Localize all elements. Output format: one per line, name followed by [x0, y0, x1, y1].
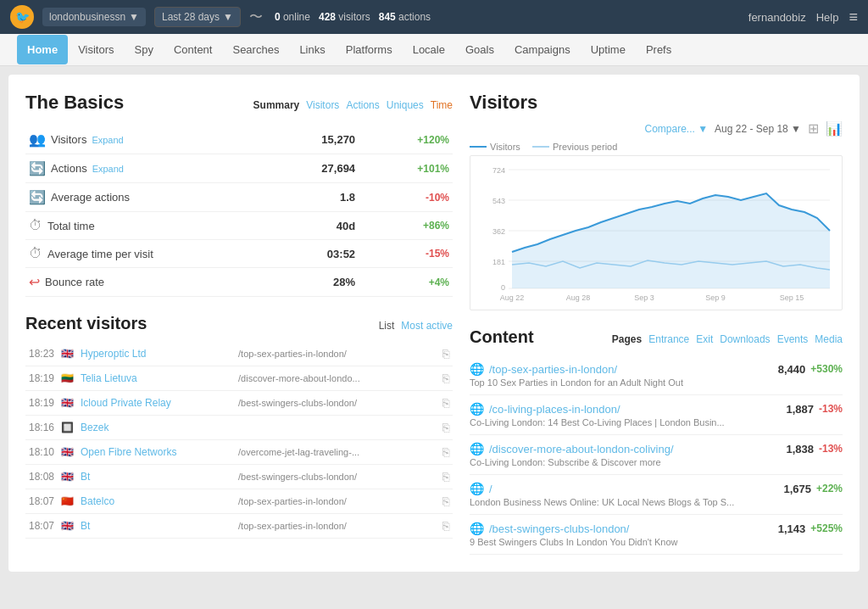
tab-visitors[interactable]: Visitors: [306, 99, 339, 111]
tab-actions[interactable]: Actions: [346, 99, 379, 111]
content-item-desc: 9 Best Swingers Clubs In London You Didn…: [470, 537, 843, 547]
content-item-stats: 8,440 +530%: [778, 363, 843, 376]
recent-tabs: List Most active: [379, 320, 453, 332]
svg-text:Sep 9: Sep 9: [705, 293, 726, 302]
metric-change: +86%: [359, 212, 453, 240]
actions-count: 845: [379, 11, 396, 23]
metric-icon: 🔄: [29, 160, 46, 176]
chart-icon[interactable]: 〜: [249, 8, 263, 26]
copy-icon[interactable]: ⎘: [431, 440, 453, 465]
metric-value: 1.8: [260, 183, 359, 212]
list-tab[interactable]: List: [379, 320, 395, 332]
metric-name: 🔄 Actions Expand: [29, 160, 257, 176]
content-item-row: 🌐 /top-sex-parties-in-london/ 8,440 +530…: [470, 362, 843, 376]
visit-isp: Bt: [77, 465, 235, 489]
site-selector[interactable]: londonbusinessn ▼: [42, 8, 146, 26]
metric-value: 40d: [260, 212, 359, 240]
legend-line-previous: [532, 146, 549, 148]
content-item-stats: 1,838 -13%: [786, 443, 843, 455]
export-icon[interactable]: ⊞: [808, 120, 819, 137]
copy-icon[interactable]: ⎘: [431, 416, 453, 440]
copy-icon[interactable]: ⎘: [431, 489, 453, 514]
date-range-selector[interactable]: Last 28 days ▼: [154, 7, 241, 27]
copy-icon[interactable]: ⎘: [431, 465, 453, 489]
recent-header: Recent visitors List Most active: [25, 314, 453, 333]
nav-spy[interactable]: Spy: [125, 35, 164, 64]
metric-change: -15%: [359, 240, 453, 268]
visit-flag: 🔲: [58, 416, 77, 440]
nav-platforms[interactable]: Platforms: [336, 35, 403, 64]
metric-expand[interactable]: Expand: [92, 164, 124, 174]
nav-prefs[interactable]: Prefs: [636, 35, 682, 64]
metric-change: +120%: [359, 126, 453, 154]
content-item-url[interactable]: 🌐 /co-living-places-in-london/: [470, 402, 620, 416]
content-item-count: 8,440: [778, 363, 806, 376]
visit-isp: Hyperoptic Ltd: [77, 342, 235, 366]
svg-text:181: 181: [492, 258, 505, 266]
chart-legend: Visitors Previous period: [470, 142, 843, 152]
copy-icon[interactable]: ⎘: [431, 342, 453, 366]
copy-icon[interactable]: ⎘: [431, 366, 453, 391]
nav-content[interactable]: Content: [164, 35, 223, 64]
chart-toolbar: Compare... ▼ Aug 22 - Sep 18 ▼ ⊞ 📊: [470, 120, 843, 137]
metric-icon: ⏱: [29, 246, 42, 261]
copy-icon[interactable]: ⎘: [431, 391, 453, 416]
nav-home[interactable]: Home: [17, 35, 68, 64]
svg-text:Sep 15: Sep 15: [780, 293, 804, 302]
globe-icon: 🌐: [470, 362, 484, 376]
nav-visitors[interactable]: Visitors: [68, 35, 124, 64]
right-panel: Visitors Compare... ▼ Aug 22 - Sep 18 ▼ …: [470, 92, 843, 555]
content-item: 🌐 /best-swingers-clubs-london/ 1,143 +52…: [470, 515, 843, 555]
content-item-url[interactable]: 🌐 /: [470, 482, 492, 495]
tab-uniques[interactable]: Uniques: [387, 99, 424, 111]
nav-links[interactable]: Links: [289, 35, 335, 64]
menu-icon[interactable]: ≡: [849, 8, 858, 26]
help-link[interactable]: Help: [816, 11, 839, 24]
main-nav: Home Visitors Spy Content Searches Links…: [0, 34, 868, 66]
nav-locale[interactable]: Locale: [403, 35, 455, 64]
content-tab-exit[interactable]: Exit: [696, 333, 713, 345]
date-range-label: Last 28 days: [162, 11, 220, 23]
visit-url: /top-sex-parties-in-london/: [235, 342, 431, 366]
visit-flag: 🇱🇹: [58, 366, 77, 391]
nav-campaigns[interactable]: Campaigns: [504, 35, 581, 64]
content-tab-pages[interactable]: Pages: [612, 333, 642, 345]
metric-value: 27,694: [260, 154, 359, 183]
content-item-url[interactable]: 🌐 /top-sex-parties-in-london/: [470, 362, 617, 376]
tab-time[interactable]: Time: [431, 99, 453, 111]
content-item-count: 1,887: [786, 403, 814, 416]
nav-goals[interactable]: Goals: [455, 35, 504, 64]
content-item-url[interactable]: 🌐 /discover-more-about-london-coliving/: [470, 442, 674, 455]
content-tab-events[interactable]: Events: [777, 333, 809, 345]
metric-value: 15,270: [260, 126, 359, 154]
svg-text:724: 724: [492, 166, 505, 175]
copy-icon[interactable]: ⎘: [431, 514, 453, 539]
visit-url: /top-sex-parties-in-london/: [235, 514, 431, 539]
visitors-chart-svg: 724 543 362 181 0: [477, 163, 835, 307]
metric-expand[interactable]: Expand: [92, 135, 123, 145]
basics-row: 🔄 Average actions 1.8 -10%: [25, 183, 453, 212]
visitor-row: 18:10 🇬🇧 Open Fibre Networks /overcome-j…: [25, 440, 453, 465]
nav-searches[interactable]: Searches: [222, 35, 289, 64]
content-tab-downloads[interactable]: Downloads: [720, 333, 770, 345]
metric-change: -10%: [359, 183, 453, 212]
basics-row: ⏱ Average time per visit 03:52 -15%: [25, 240, 453, 268]
content-tab-media[interactable]: Media: [815, 333, 843, 345]
metric-value: 03:52: [260, 240, 359, 268]
most-active-tab[interactable]: Most active: [401, 320, 453, 332]
content-item-stats: 1,675 +22%: [783, 483, 843, 495]
username: fernandobiz: [748, 11, 806, 24]
compare-link[interactable]: Compare... ▼: [644, 123, 708, 135]
nav-uptime[interactable]: Uptime: [581, 35, 636, 64]
visitor-row: 18:07 🇨🇳 Batelco /top-sex-parties-in-lon…: [25, 489, 453, 514]
content-item-url[interactable]: 🌐 /best-swingers-clubs-london/: [470, 522, 629, 535]
online-count: 0: [275, 11, 281, 23]
chart-container: 724 543 362 181 0: [470, 155, 843, 310]
bar-chart-icon[interactable]: 📊: [826, 120, 843, 137]
svg-text:Sep 3: Sep 3: [634, 293, 654, 302]
logo: 🐦: [10, 5, 34, 29]
visit-time: 18:08: [25, 465, 58, 489]
content-item-stats: 1,887 -13%: [786, 403, 843, 416]
basics-row: 👥 Visitors Expand 15,270 +120%: [25, 126, 453, 154]
content-tab-entrance[interactable]: Entrance: [648, 333, 689, 345]
